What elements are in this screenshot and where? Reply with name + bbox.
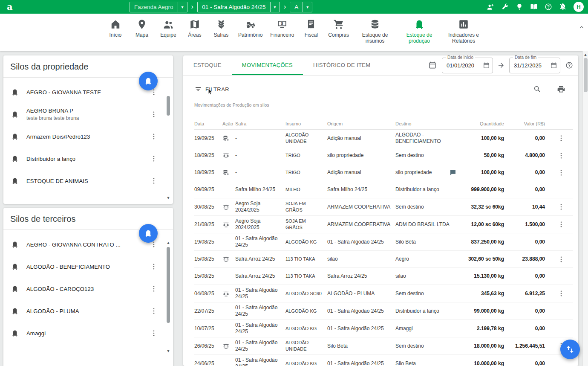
row-menu-button[interactable] [557,290,565,297]
silo-menu-button[interactable] [150,133,158,140]
list-scrollbar[interactable]: ▲ ▼ [165,240,171,354]
scroll-up-arrow[interactable]: ▲ [583,52,588,57]
silo-list-item[interactable]: ALGODÃO - PLUMA [3,300,173,322]
nav-item-indicadores-e-relatorios[interactable]: Indicadores e Relatórios [445,18,482,51]
cell-data: 09/09/25 [194,184,222,195]
movement-row: 26/06/2501 - Safra Algodão 24/25ALGODÃO … [194,337,573,355]
nav-item-areas[interactable]: Áreas [185,18,204,51]
farm-selector-value: Fazenda Aegro [130,2,178,12]
scroll-down-arrow[interactable]: ▼ [165,195,171,200]
silo-list-item[interactable]: ESTOQUE DE ANIMAIS [3,170,173,192]
silo-item-text: ALGODÃO - PLUMA [26,308,150,314]
nav-item-safras[interactable]: Safras [212,18,231,51]
nav-item-financeiro[interactable]: Financeiro [270,18,294,51]
row-menu-button[interactable] [557,221,565,228]
cell-safra: - [235,150,285,161]
harvest-selector[interactable]: 01 - Safra Algodão 24/25 ▾ [197,2,280,12]
third-party-silos-list: AEGRO - GIOVANNA CONTRATO ...ALGODÃO - B… [3,230,173,344]
print-button[interactable] [556,84,566,94]
silo-list-item[interactable]: AEGRO BRUNA Pteste bruna teste bruna [3,103,173,125]
silo-menu-button[interactable] [150,307,158,315]
cell-destino: Distribuidor a lanço [395,306,461,317]
bell-off-icon[interactable] [556,3,570,11]
calendar-icon[interactable] [549,61,558,70]
silo-menu-button[interactable] [150,155,158,163]
silo-list-item[interactable]: Distribuidor a lanço [3,148,173,170]
list-scrollbar[interactable]: ▼ [165,82,171,200]
calendar-shortcut-button[interactable] [427,60,438,70]
help-icon[interactable] [541,3,556,11]
chevron-down-icon[interactable]: ▾ [270,2,280,12]
user-avatar[interactable]: H [574,2,584,12]
area-selector[interactable]: A ▾ [290,2,312,12]
collapse-nav-button[interactable] [578,23,585,31]
nav-item-inicio[interactable]: Início [106,18,125,51]
scroll-up-arrow[interactable]: ▲ [165,240,171,245]
calendar-icon[interactable] [482,61,491,70]
cell-valor: 0,00 [508,167,549,178]
nav-item-estoque-de-producao[interactable]: Estoque de produção [401,18,438,51]
nav-item-mapa[interactable]: Mapa [133,18,151,51]
scrollbar-thumb[interactable] [584,58,588,92]
filter-icon [194,85,202,93]
farm-selector[interactable]: Fazenda Aegro ▾ [130,2,187,12]
cell-menu [549,169,573,177]
silo-list-item[interactable]: ALGODÃO - BENEFICIAMENTO [3,256,173,278]
silo-item-text: AEGRO - GIOVANNA TESTE [26,89,150,96]
cell-destino: Distribuidor a lanço [395,184,461,195]
end-date-field[interactable]: Data de fim 31/12/2025 [509,58,560,73]
scrollbar-thumb[interactable] [167,247,170,323]
book-icon[interactable] [527,3,541,11]
comment-flag-icon[interactable] [450,169,456,176]
column-header-insumo: Insumo [285,121,327,126]
cell-destino: Aegro [395,254,461,264]
chevron-down-icon[interactable]: ▾ [303,2,312,12]
silo-menu-button[interactable] [150,263,158,270]
wrench-icon[interactable] [498,3,512,11]
silo-list-item[interactable]: ALGODÃO - CAROÇO123 [3,278,173,300]
nav-item-equipe[interactable]: Equipe [159,18,178,51]
filter-button[interactable]: FILTRAR [194,85,229,93]
movement-row: 15/08/25Safra Arroz 24/25113 TIO TAKAsil… [194,251,573,268]
cell-valor: 4.800,00 [508,150,549,161]
end-date-value: 31/12/2025 [514,62,549,69]
silo-menu-button[interactable] [150,329,158,337]
cell-origem: Adição manual [327,167,395,178]
nav-item-fiscal[interactable]: Fiscal [302,18,320,51]
silo-menu-button[interactable] [150,177,158,185]
add-third-party-silo-button[interactable] [139,224,158,243]
avatar-initial: H [576,4,580,10]
new-movement-fab[interactable] [560,340,580,359]
help-button[interactable] [565,61,574,70]
window-scrollbar[interactable]: ▲ [582,51,588,366]
logo-letter: a [7,1,13,12]
person-add-icon[interactable] [483,3,498,11]
nav-item-compras[interactable]: Compras [328,18,349,51]
silo-list-item[interactable]: Amaggi [3,322,173,344]
silo-menu-button[interactable] [150,285,158,293]
nav-item-estoque-de-insumos[interactable]: Estoque de insumos [357,18,393,51]
tab-historico-de-item[interactable]: HISTÓRICO DE ITEM [303,55,381,75]
bulb-icon[interactable] [512,3,527,11]
row-menu-button[interactable] [557,134,565,142]
aegro-logo[interactable]: a [7,1,18,12]
add-property-silo-button[interactable] [139,72,158,90]
cell-origem: Safra Milho 24/25 [327,184,395,195]
row-menu-button[interactable] [557,152,565,160]
nav-item-label: Equipe [160,32,176,38]
silo-list-item[interactable]: Armazem Dois/Pedro123 [3,125,173,148]
scroll-down-arrow[interactable]: ▼ [165,349,171,354]
search-button[interactable] [532,84,542,94]
tab-estoque[interactable]: ESTOQUE [183,55,232,75]
row-menu-button[interactable] [557,256,565,263]
cell-safra: 01 - Safra Algodão 24/25 [235,302,285,320]
chevron-down-icon[interactable]: ▾ [178,2,187,12]
scrollbar-thumb[interactable] [167,96,170,116]
row-menu-button[interactable] [557,169,565,177]
row-menu-button[interactable] [557,203,565,211]
silo-name: AEGRO - GIOVANNA TESTE [26,89,150,96]
start-date-field[interactable]: Data de início 01/01/2020 [442,58,493,73]
nav-item-patrimonio[interactable]: Patrimônio [238,18,262,51]
silo-menu-button[interactable] [150,110,158,118]
tab-movimentacoes[interactable]: MOVIMENTAÇÕES [232,55,303,75]
